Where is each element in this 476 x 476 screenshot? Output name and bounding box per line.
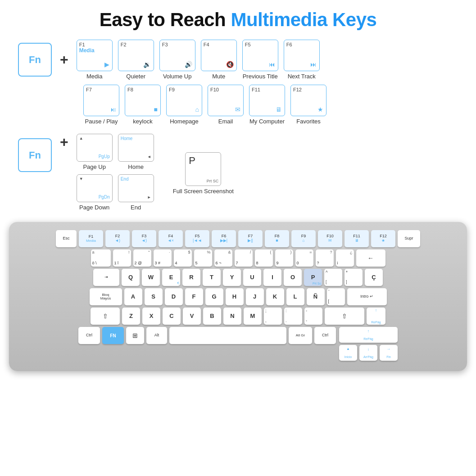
key-item-f6: F6 ⏭ Next Track [284,40,320,80]
kb-a[interactable]: A [124,288,142,305]
key-item-f2: F2 🔉 Quieter [118,40,154,80]
page-title: Easy to Reach Multimedia Keys [14,9,462,31]
kb-n-tilde[interactable]: Ñ [307,288,325,305]
kb-f6[interactable]: F6 ▶▶| [212,230,236,247]
f5-label: Previous Title [243,73,278,80]
kb-2[interactable]: "2 @ [133,249,151,267]
kb-h[interactable]: H [226,288,244,305]
kb-6[interactable]: &6 ¬ [214,249,232,267]
kb-f1[interactable]: F1 Media [79,230,103,247]
kb-f3[interactable]: F3 ◄) [132,230,156,247]
kb-f12[interactable]: F12 ★ [371,230,395,247]
f12-icon: ★ [317,106,323,113]
key-item-f8: F8 ■ keylock [125,85,161,125]
kb-backspace[interactable]: ← [356,249,385,267]
kb-n[interactable]: N [223,308,241,325]
kb-b[interactable]: B [203,308,221,325]
kb-ctrl-left[interactable]: Ctrl [78,327,100,344]
kb-s[interactable]: S [145,288,163,305]
kb-f11[interactable]: F11 🖥 [345,230,369,247]
kb-supr[interactable]: Supr [398,230,420,247]
kb-f10[interactable]: F10 ✉ [318,230,342,247]
kb-row-numbers: aò \ !1 l "2 @ ·3 # $4 %5 &6 ¬ /7 (8 )9 … [18,249,458,267]
kb-4[interactable]: $4 [174,249,192,267]
kb-u[interactable]: U [243,269,261,286]
kb-t[interactable]: T [203,269,221,286]
kb-ao[interactable]: aò \ [91,249,111,267]
kb-j[interactable]: J [246,288,264,305]
kb-v[interactable]: V [183,308,201,325]
kb-f7[interactable]: F7 ▶|| [238,230,263,247]
kb-esc[interactable]: Esc [56,230,77,247]
fn-key-1: Fn [18,43,52,77]
kb-chevron-up[interactable]: ↑RePág [367,308,385,325]
kb-nav-up[interactable]: ↑RePág [339,327,398,343]
kb-nav-fin[interactable]: →Fin [380,345,398,361]
kb-caps[interactable]: BloqMayús [90,288,122,305]
kb-d[interactable]: D [165,288,183,305]
key-item-f11: F11 🖥 My Computer [249,85,285,125]
keyboard-section: Esc F1 Media F2 ◄) F3 ◄) F4 ◄× F5 |◄◄ [9,222,467,371]
kb-f9[interactable]: F9 ⌂ [291,230,316,247]
kb-q[interactable]: Q [122,269,140,286]
kb-question[interactable]: ?? [316,249,334,267]
key-item-pgup: ▲ PgUp Page Up [77,134,113,171]
kb-g[interactable]: G [205,288,223,305]
kb-l[interactable]: L [286,288,304,305]
kb-shift-right[interactable]: ⇧ [325,308,364,325]
kb-c-cedilla[interactable]: Ç [365,269,383,286]
kb-umlaut[interactable]: ¨[ [327,288,345,305]
kb-x[interactable]: X [142,308,160,325]
kb-nav-inicio[interactable]: ▲Inicio [339,345,357,361]
kb-semicolon[interactable]: ;, [264,308,282,325]
kb-fn[interactable]: FN [102,327,124,344]
kb-alt-left[interactable]: Alt [146,327,167,344]
kb-f[interactable]: F [185,288,203,305]
kb-f8[interactable]: F8 ■ [265,230,289,247]
key-box-f8: F8 ■ [125,85,161,116]
pgdn-top: ▼ [79,177,83,181]
kb-f2[interactable]: F2 ◄) [105,230,130,247]
kb-7[interactable]: /7 [235,249,253,267]
kb-5[interactable]: %5 [194,249,212,267]
kb-3[interactable]: ·3 # [154,249,172,267]
kb-alt-gr[interactable]: Alt Gr [289,327,312,344]
prtsc-sublabel: Prt SC [207,179,219,183]
kb-invquestion[interactable]: ¿i [336,249,354,267]
kb-f5[interactable]: F5 |◄◄ [185,230,209,247]
kb-r[interactable]: R [182,269,200,286]
kb-enter[interactable]: Intro ↵ [347,288,387,305]
kb-caret[interactable]: ^[ [324,269,342,286]
kb-0[interactable]: =0 [295,249,313,267]
kb-hyphen[interactable]: -- [304,308,322,325]
kb-win[interactable]: ⊞ [126,327,144,344]
multimedia-info-section: Easy to Reach Multimedia Keys Fn + F1 Me… [0,0,476,215]
kb-nav-arrpag[interactable]: ↓ArrPág [359,345,377,361]
key-box-f5: F5 ⏮ [242,40,278,71]
kb-asterisk[interactable]: *] [345,269,363,286]
kb-9[interactable]: )9 [275,249,293,267]
kb-shift-left[interactable]: ⇧ [91,308,120,325]
kb-y[interactable]: Y [223,269,241,286]
kb-k[interactable]: K [266,288,284,305]
kb-row-bottom: Ctrl FN ⊞ Alt Alt Gr Ctrl ↑RePág ▲Inicio… [18,327,458,361]
kb-m[interactable]: M [244,308,262,325]
kb-e[interactable]: E€ [162,269,180,286]
kb-z[interactable]: Z [122,308,140,325]
f1-icon: ▶ [104,61,109,68]
kb-8[interactable]: (8 [255,249,273,267]
f3-label: Volume Up [163,73,192,80]
kb-i[interactable]: I [263,269,281,286]
kb-c[interactable]: C [163,308,181,325]
screenshot-col: P Prt SC Full Screen Screenshot [173,136,234,211]
pgup-label-inner: PgUp [99,154,110,159]
kb-w[interactable]: W [142,269,160,286]
kb-ctrl-right[interactable]: Ctrl [314,327,336,344]
kb-colon[interactable]: :. [284,308,302,325]
kb-space[interactable] [169,327,286,344]
kb-o[interactable]: O [284,269,302,286]
kb-tab[interactable]: ⇥ [93,269,119,286]
kb-1[interactable]: !1 l [113,249,131,267]
kb-p[interactable]: PPrt Sc [304,269,322,286]
kb-f4[interactable]: F4 ◄× [159,230,183,247]
